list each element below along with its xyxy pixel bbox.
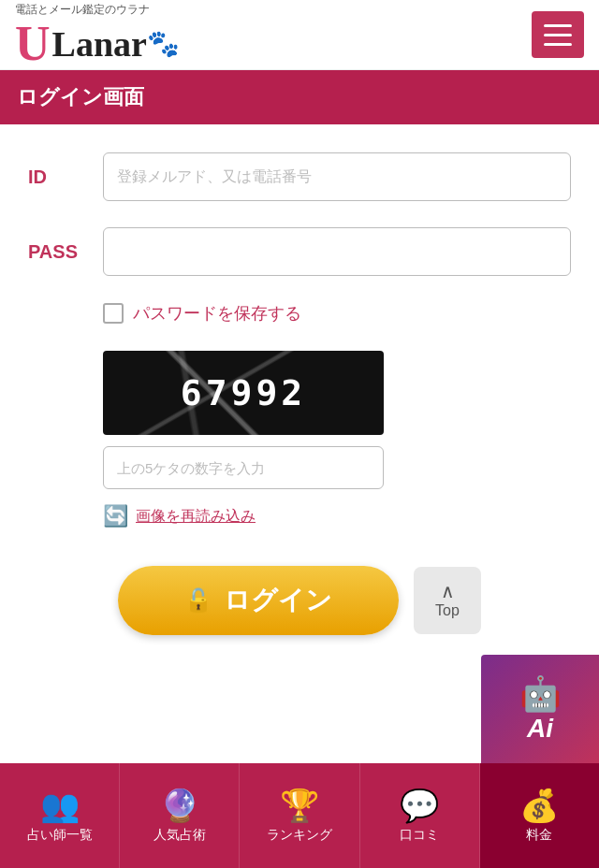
captcha-area: 67992 — [103, 351, 571, 489]
login-button[interactable]: 🔓 ログイン — [118, 566, 399, 635]
hamburger-line-1 — [544, 24, 572, 27]
nav-item-fortune-tellers[interactable]: 👥 占い師一覧 — [0, 763, 120, 868]
reload-icon: 🔄 — [103, 504, 128, 528]
logo-cat: 🐾 — [147, 28, 180, 59]
reload-link[interactable]: 画像を再読み込み — [136, 507, 256, 527]
top-button[interactable]: ∧ Top — [414, 567, 481, 634]
hamburger-line-3 — [544, 43, 572, 46]
captcha-input[interactable] — [103, 446, 384, 489]
pass-input[interactable] — [103, 227, 571, 276]
logo-tagline: 電話とメール鑑定のウラナ — [15, 2, 180, 18]
id-label: ID — [28, 166, 103, 188]
hamburger-line-2 — [544, 34, 572, 36]
page-title-bar: ログイン画面 — [0, 70, 599, 124]
captcha-image: 67992 — [103, 351, 384, 435]
pass-label: PASS — [28, 241, 103, 263]
reload-row: 🔄 画像を再読み込み — [103, 504, 571, 528]
nav-item-pricing[interactable]: 💰 料金 — [480, 763, 599, 868]
popular-arts-label: 人気占術 — [153, 827, 206, 843]
id-input[interactable] — [103, 152, 571, 201]
top-chevron-icon: ∧ — [441, 582, 455, 600]
fortune-tellers-label: 占い師一覧 — [27, 827, 93, 843]
logo-lanar: Lanar — [52, 23, 147, 65]
header: 電話とメール鑑定のウラナ U Lanar 🐾 — [0, 0, 599, 70]
save-password-row: パスワードを保存する — [103, 302, 571, 325]
nav-item-ranking[interactable]: 🏆 ランキング — [240, 763, 359, 868]
lock-icon: 🔓 — [184, 587, 212, 614]
logo-area: 電話とメール鑑定のウラナ U Lanar 🐾 — [15, 2, 180, 68]
login-area: ID PASS パスワードを保存する 67992 🔄 画像を再読み込み — [0, 124, 599, 566]
nav-item-popular-arts[interactable]: 🔮 人気占術 — [120, 763, 240, 868]
nav-item-reviews[interactable]: 💬 口コミ — [360, 763, 480, 868]
page-title: ログイン画面 — [17, 85, 144, 108]
fortune-tellers-icon: 👥 — [40, 789, 80, 821]
ranking-icon: 🏆 — [280, 789, 319, 821]
reviews-label: 口コミ — [400, 827, 439, 843]
ranking-label: ランキング — [267, 827, 332, 843]
bottom-nav: 👥 占い師一覧 🔮 人気占術 🏆 ランキング 💬 口コミ 💰 料金 — [0, 763, 599, 868]
pass-row: PASS — [28, 227, 571, 276]
ai-badge[interactable]: 🤖 Ai — [481, 655, 599, 763]
captcha-text: 67992 — [181, 372, 306, 413]
ai-icon: 🤖 — [519, 674, 562, 714]
save-password-checkbox[interactable] — [103, 303, 124, 324]
logo-main: U Lanar 🐾 — [15, 20, 180, 68]
login-btn-label: ログイン — [224, 583, 332, 618]
popular-arts-icon: 🔮 — [160, 789, 199, 821]
save-password-label: パスワードを保存する — [133, 302, 301, 325]
ai-label: Ai — [527, 714, 553, 744]
reviews-icon: 💬 — [400, 789, 439, 821]
id-row: ID — [28, 152, 571, 201]
logo-u: U — [15, 20, 51, 68]
top-btn-label: Top — [435, 602, 460, 619]
hamburger-button[interactable] — [532, 11, 584, 58]
login-btn-row: 🔓 ログイン ∧ Top — [0, 566, 599, 654]
pricing-icon: 💰 — [519, 789, 559, 821]
pricing-label: 料金 — [526, 827, 552, 843]
